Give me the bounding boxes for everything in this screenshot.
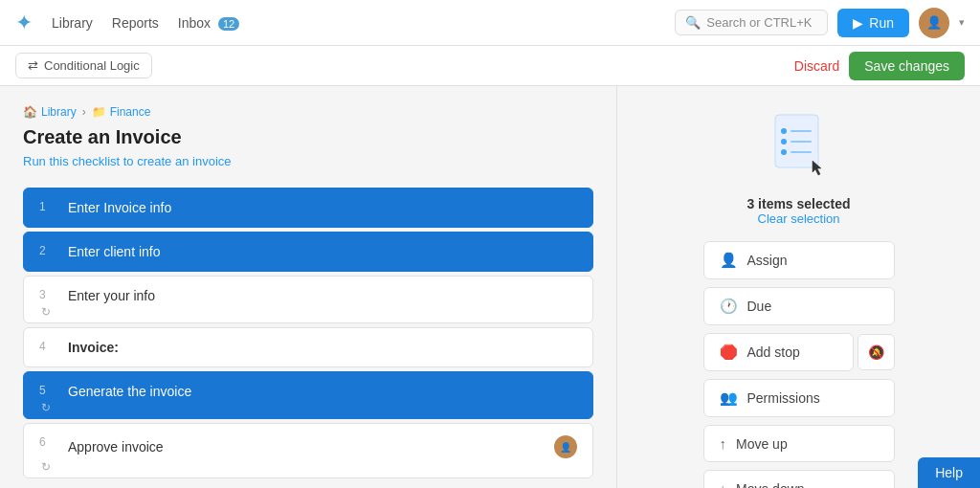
- discard-button[interactable]: Discard: [794, 58, 839, 74]
- svg-point-1: [781, 128, 787, 134]
- assign-icon: 👤: [720, 252, 738, 269]
- step-2[interactable]: 2 Enter client info: [23, 232, 593, 272]
- step-5[interactable]: 5 Generate the invoice ↻: [23, 371, 593, 419]
- step-6[interactable]: 6 Approve invoice ↻ 👤: [23, 423, 593, 478]
- toolbar-actions: Discard Save changes: [794, 52, 965, 80]
- avatar-dropdown-icon[interactable]: ▾: [959, 16, 965, 29]
- selection-count: 3 items selected: [746, 196, 850, 211]
- step-1-number: 1: [39, 200, 56, 213]
- step-3[interactable]: 3 Enter your info ↻: [23, 276, 593, 323]
- breadcrumb: 🏠 Library › 📁 Finance: [23, 105, 593, 119]
- assign-button[interactable]: 👤 Assign: [703, 241, 895, 279]
- top-navigation: ✦ Library Reports Inbox 12 🔍 Search or C…: [0, 0, 980, 46]
- due-button[interactable]: 🕐 Due: [703, 287, 895, 325]
- step-1-label: Enter Invoice info: [68, 200, 577, 215]
- move-down-button[interactable]: ↓ Move down: [703, 470, 895, 488]
- save-button[interactable]: Save changes: [849, 52, 965, 80]
- clear-selection-link[interactable]: Clear selection: [758, 211, 840, 226]
- conditional-logic-button[interactable]: ⇄ Conditional Logic: [15, 53, 152, 78]
- step-3-number: 3: [39, 288, 56, 301]
- breadcrumb-home[interactable]: 🏠 Library: [23, 105, 77, 119]
- nav-links: Library Reports Inbox 12: [52, 15, 239, 31]
- step-5-label: Generate the invoice: [68, 384, 577, 399]
- step-4-label: Invoice:: [68, 340, 577, 355]
- svg-point-5: [781, 149, 787, 155]
- page-subtitle: Run this checklist to create an invoice: [23, 154, 593, 168]
- move-up-button[interactable]: ↑ Move up: [703, 425, 895, 462]
- search-box[interactable]: 🔍 Search or CTRL+K: [675, 10, 828, 35]
- page-title: Create an Invoice: [23, 126, 593, 148]
- toolbar: ⇄ Conditional Logic Discard Save changes: [0, 46, 980, 86]
- help-button[interactable]: Help: [918, 457, 980, 488]
- breadcrumb-category[interactable]: 📁 Finance: [92, 105, 151, 119]
- reports-link[interactable]: Reports: [112, 15, 159, 31]
- step-4[interactable]: 4 Invoice:: [23, 327, 593, 367]
- run-button[interactable]: ▶ Run: [837, 9, 909, 37]
- step-2-number: 2: [39, 244, 56, 257]
- svg-point-3: [781, 139, 787, 144]
- inbox-link[interactable]: Inbox 12: [178, 15, 239, 31]
- due-icon: 🕐: [720, 298, 738, 315]
- nav-right: 🔍 Search or CTRL+K ▶ Run 👤 ▾: [675, 8, 965, 38]
- move-down-icon: ↓: [720, 480, 727, 488]
- step-5-number: 5: [39, 384, 56, 397]
- conditional-logic-icon: ⇄: [28, 58, 38, 73]
- step-6-number: 6: [39, 435, 56, 449]
- home-icon: 🏠: [23, 105, 37, 119]
- checklist-illustration: [761, 105, 837, 182]
- step-5-icon: ↻: [41, 401, 51, 414]
- library-link[interactable]: Library: [52, 15, 93, 31]
- step-6-icon: ↻: [41, 460, 51, 474]
- add-stop-extra-button[interactable]: 🔕: [858, 334, 895, 370]
- step-3-icon: ↻: [41, 305, 51, 319]
- steps-list: 1 Enter Invoice info 2 Enter client info…: [23, 188, 593, 478]
- step-6-avatar: 👤: [554, 435, 577, 458]
- step-6-label: Approve invoice: [68, 439, 554, 455]
- step-4-number: 4: [39, 340, 56, 353]
- search-icon: 🔍: [685, 15, 701, 30]
- search-placeholder: Search or CTRL+K: [706, 15, 812, 30]
- add-stop-row: 🛑 Add stop 🔕: [703, 333, 895, 371]
- permissions-button[interactable]: 👥 Permissions: [703, 379, 895, 417]
- inbox-badge: 12: [218, 17, 239, 31]
- folder-icon: 📁: [92, 105, 106, 119]
- app-logo: ✦: [15, 11, 33, 35]
- add-stop-button[interactable]: 🛑 Add stop: [703, 333, 854, 371]
- step-1[interactable]: 1 Enter Invoice info: [23, 188, 593, 228]
- run-icon: ▶: [853, 15, 863, 31]
- move-up-icon: ↑: [720, 435, 727, 452]
- step-3-label: Enter your info: [68, 288, 577, 303]
- bell-slash-icon: 🔕: [868, 344, 884, 360]
- main-content: 🏠 Library › 📁 Finance Create an Invoice …: [0, 86, 980, 488]
- avatar[interactable]: 👤: [919, 8, 949, 38]
- add-stop-icon: 🛑: [720, 344, 738, 361]
- selection-illustration: [761, 105, 837, 185]
- left-panel: 🏠 Library › 📁 Finance Create an Invoice …: [0, 86, 616, 488]
- step-2-label: Enter client info: [68, 244, 577, 259]
- permissions-icon: 👥: [720, 389, 738, 407]
- right-panel: 3 items selected Clear selection 👤 Assig…: [616, 86, 980, 488]
